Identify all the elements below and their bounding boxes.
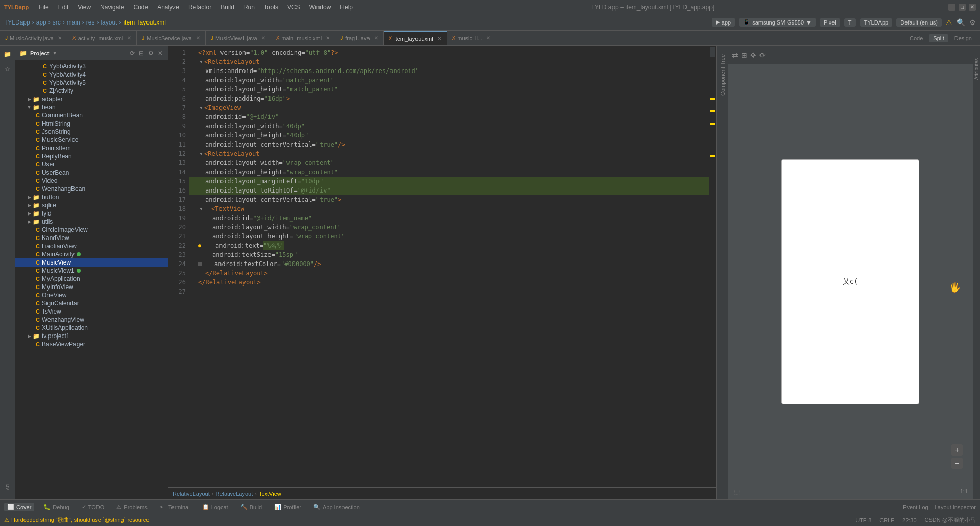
layout-inspector-btn[interactable]: Layout Inspector xyxy=(935,504,976,510)
tree-item-mainactivity[interactable]: C MainActivity xyxy=(15,250,168,258)
sidebar-build-variants-icon[interactable]: BV xyxy=(2,481,14,493)
path-res[interactable]: res xyxy=(86,19,95,26)
status-crlf-btn[interactable]: CRLF xyxy=(879,517,894,523)
tree-folder-tvproject1[interactable]: ▶ 📁 tv.project1 xyxy=(15,332,168,340)
tab-code[interactable]: Code xyxy=(905,34,927,42)
tab-main-music-xml[interactable]: X main_music.xml ✕ xyxy=(271,31,336,45)
tree-item-zjactivity[interactable]: C ZjActivity xyxy=(15,87,168,95)
locale-btn[interactable]: Default (en-us) xyxy=(896,18,942,27)
tab-split[interactable]: Split xyxy=(929,34,948,42)
gear-icon[interactable]: ⚙ xyxy=(969,18,976,27)
menu-file[interactable]: File xyxy=(35,3,53,12)
menu-window[interactable]: Window xyxy=(305,3,335,12)
sidebar-project-icon[interactable]: 📁 xyxy=(2,48,14,60)
tab-musicactivity[interactable]: J MusicActivity.java ✕ xyxy=(0,31,67,45)
tab-musicservice[interactable]: J MusicService.java ✕ xyxy=(137,31,206,45)
menu-view[interactable]: View xyxy=(74,3,95,12)
tree-item-kandview[interactable]: C KandView xyxy=(15,234,168,242)
tab-close[interactable]: ✕ xyxy=(261,35,265,41)
status-encoding-btn[interactable]: UTF-8 xyxy=(855,517,871,523)
menu-refactor[interactable]: Refactor xyxy=(184,3,215,12)
menu-vcs[interactable]: VCS xyxy=(283,3,304,12)
path-layout[interactable]: layout xyxy=(101,19,117,26)
path-app[interactable]: app xyxy=(36,19,46,26)
sdk-btn[interactable]: TYLDApp xyxy=(860,18,893,27)
minimize-button[interactable]: − xyxy=(948,4,955,11)
bottom-tab-cover[interactable]: ⬜ Cover xyxy=(4,503,34,511)
tree-item-userbean[interactable]: C UserBean xyxy=(15,169,168,177)
path-src[interactable]: src xyxy=(53,19,61,26)
bottom-tab-logcat[interactable]: 📋 Logcat xyxy=(199,503,231,511)
path-tyldapp[interactable]: TYLDapp xyxy=(4,19,30,26)
bc-textview[interactable]: TextView xyxy=(259,491,281,497)
maximize-button[interactable]: □ xyxy=(959,4,966,11)
tree-item-htmlstring[interactable]: C HtmlString xyxy=(15,119,168,128)
tab-close[interactable]: ✕ xyxy=(127,35,131,41)
tree-item-user[interactable]: C User xyxy=(15,160,168,169)
bc-relativelayout-2[interactable]: RelativeLayout xyxy=(215,491,253,497)
bottom-tab-build[interactable]: 🔨 Build xyxy=(237,503,265,511)
tree-item-tsview[interactable]: C TsView xyxy=(15,307,168,316)
tree-item-jsonstring[interactable]: C JsonString xyxy=(15,128,168,136)
tab-frag1[interactable]: J frag1.java ✕ xyxy=(335,31,383,45)
tab-close[interactable]: ✕ xyxy=(486,35,491,41)
close-button[interactable]: ✕ xyxy=(969,4,976,11)
zoom-in-button[interactable]: + xyxy=(951,444,963,456)
tree-folder-tyld[interactable]: ▶ 📁 tyld xyxy=(15,209,168,218)
menu-edit[interactable]: Edit xyxy=(54,3,73,12)
tree-item-musicview[interactable]: C MusicView xyxy=(15,258,168,267)
tab-close[interactable]: ✕ xyxy=(374,35,378,41)
run-config-btn[interactable]: ▶ app xyxy=(712,18,735,27)
preview-refresh-icon[interactable]: ⟳ xyxy=(760,51,766,59)
tree-folder-utils[interactable]: ▶ 📁 utils xyxy=(15,218,168,226)
tab-close[interactable]: ✕ xyxy=(437,36,442,41)
menu-build[interactable]: Build xyxy=(216,3,238,12)
tree-item-pointsitem[interactable]: C PointsItem xyxy=(15,144,168,152)
tree-folder-adapter[interactable]: ▶ 📁 adapter xyxy=(15,95,168,103)
tab-close[interactable]: ✕ xyxy=(196,35,200,41)
tree-item-yybbactivity5[interactable]: C YybbActivity5 xyxy=(15,79,168,87)
t-btn[interactable]: T xyxy=(844,18,856,27)
tree-item-liaotianview[interactable]: C LiaotianView xyxy=(15,242,168,250)
close-panel-icon[interactable]: ✕ xyxy=(157,49,164,58)
tree-item-circleimageview[interactable]: C CircleImageView xyxy=(15,226,168,234)
tree-item-musicview1[interactable]: C MusicView1 xyxy=(15,267,168,275)
tab-design[interactable]: Design xyxy=(950,34,976,42)
component-tree-panel[interactable]: Component Tree xyxy=(717,46,728,499)
tab-item-layout-xml[interactable]: X item_layout.xml ✕ xyxy=(384,31,447,45)
tab-musicview1[interactable]: J MusicView1.java ✕ xyxy=(206,31,271,45)
bc-relativelayout-1[interactable]: RelativeLayout xyxy=(173,491,210,497)
tree-folder-sqlite[interactable]: ▶ 📁 sqlite xyxy=(15,201,168,209)
menu-analyze[interactable]: Analyze xyxy=(153,3,183,12)
tree-folder-bean[interactable]: ▼ 📁 bean xyxy=(15,103,168,111)
settings-icon[interactable]: ⚙ xyxy=(147,49,155,58)
code-content[interactable]: <?xml version="1.0" encoding="utf-8"?> ▼… xyxy=(189,46,709,487)
tree-folder-button[interactable]: ▶ 📁 button xyxy=(15,193,168,201)
preview-pan-icon[interactable]: ✥ xyxy=(750,51,756,59)
tree-item-wenzhangview[interactable]: C WenzhangView xyxy=(15,316,168,324)
tab-activity-music-xml[interactable]: X activity_music.xml ✕ xyxy=(67,31,137,45)
search-btn[interactable]: 🔍 xyxy=(957,18,965,27)
attributes-label[interactable]: Attributes xyxy=(974,58,979,80)
bottom-tab-appinspection[interactable]: 🔍 App Inspection xyxy=(310,503,363,511)
bottom-tab-problems[interactable]: ⚠ Problems xyxy=(113,503,150,511)
tree-item-yybbactivity3[interactable]: C YybbActivity3 xyxy=(15,62,168,70)
tree-item-video[interactable]: C Video xyxy=(15,177,168,185)
menu-code[interactable]: Code xyxy=(129,3,152,12)
tree-item-myapplication[interactable]: C MyApplication xyxy=(15,275,168,283)
sync-icon[interactable]: ⟳ xyxy=(129,49,136,58)
tree-item-signcalendar[interactable]: C SignCalendar xyxy=(15,299,168,307)
collapse-all-icon[interactable]: ⊟ xyxy=(138,49,145,58)
menu-run[interactable]: Run xyxy=(239,3,259,12)
device-selector[interactable]: 📱 samsung SM-G9550 ▼ xyxy=(739,18,816,27)
zoom-out-button[interactable]: − xyxy=(951,458,963,469)
tree-item-commentbean[interactable]: C CommentBean xyxy=(15,111,168,119)
bottom-tab-terminal[interactable]: >_ Terminal xyxy=(157,503,193,511)
path-file[interactable]: item_layout.xml xyxy=(123,19,165,26)
preview-zoom-icon[interactable]: ⊞ xyxy=(741,51,747,59)
tab-music-li[interactable]: X music_li... ✕ xyxy=(447,31,497,45)
preview-toggle-icon[interactable]: ⇄ xyxy=(732,51,738,59)
tree-item-myinfoview[interactable]: C MyInfoView xyxy=(15,283,168,291)
menu-navigate[interactable]: Navigate xyxy=(96,3,128,12)
tree-item-xutilsapplication[interactable]: C XUtilsApplication xyxy=(15,324,168,332)
